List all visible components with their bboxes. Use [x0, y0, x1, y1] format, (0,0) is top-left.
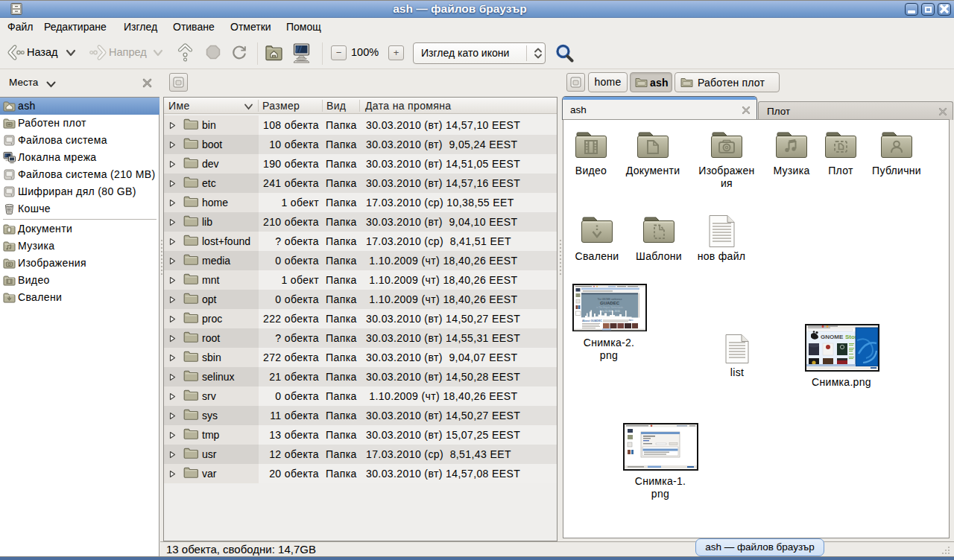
svg-text:GNOME: GNOME: [821, 334, 844, 340]
svg-text:July 24-30th, 2010: July 24-30th, 2010: [599, 310, 620, 313]
svg-text:About GUADEC: About GUADEC: [582, 319, 602, 322]
svg-text:here: here: [629, 319, 634, 322]
svg-text:in The Hague, Netherlands: in The Hague, Netherlands: [596, 306, 623, 309]
svg-text:GUADEC: GUADEC: [600, 301, 620, 305]
svg-text:The GNOME conference: The GNOME conference: [597, 298, 622, 301]
